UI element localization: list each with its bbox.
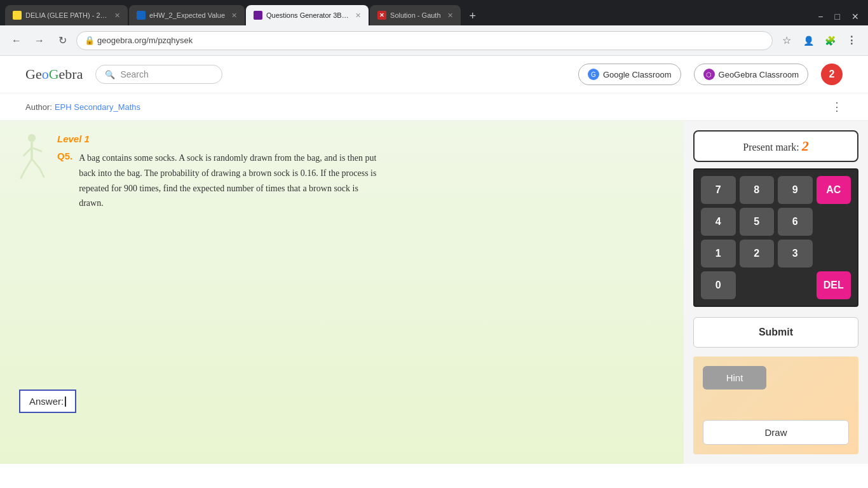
tab1-favicon [13,11,22,20]
google-classroom-label: Google Classroom [603,70,672,79]
tab3-favicon [254,11,262,20]
tab-3[interactable]: Questions Generator 3B Ch11... ✕ [246,5,369,25]
hint-button[interactable]: Hint [703,366,766,390]
minimize-button[interactable]: − [814,10,827,23]
calc-btn-ac[interactable]: AC [817,176,851,204]
tab4-label: Solution - Gauth [390,11,441,19]
tab2-close[interactable]: ✕ [231,11,237,20]
svg-line-2 [24,147,32,156]
calc-btn-4[interactable]: 4 [701,208,736,236]
calculator-grid: 7 8 9 AC 4 5 6 1 2 3 0 DEL [693,168,858,307]
calc-btn-5[interactable]: 5 [740,208,775,236]
geogebra-classroom-button[interactable]: ⬡ GeoGebra Classroom [694,64,808,85]
calc-panel: Present mark: 2 7 8 9 AC 4 5 6 1 2 3 [684,121,868,464]
question-text: A bag contains some socks. A sock is ran… [79,151,384,211]
runner-figure [13,133,51,187]
logo-o1: o [42,66,49,82]
calc-btn-3[interactable]: 3 [778,240,813,268]
close-window-button[interactable]: ✕ [848,10,863,23]
answer-input-box[interactable]: Answer: [19,390,76,413]
user-avatar-number: 2 [829,69,835,80]
extensions-button[interactable]: 🧩 [821,32,839,50]
calc-btn-1[interactable]: 1 [701,240,736,268]
tab-bar: DELIA (GLEE PATH) - 2022-202... ✕ eHW_2_… [0,0,868,25]
calc-btn-2[interactable]: 2 [740,240,775,268]
tab3-label: Questions Generator 3B Ch11... [266,11,349,19]
google-classroom-icon: G [588,69,599,80]
author-bar: Author: EPH Secondary_Maths ⋮ [0,93,868,121]
author-menu-icon[interactable]: ⋮ [831,100,843,114]
calc-btn-del[interactable]: DEL [817,271,851,299]
calc-btn-6[interactable]: 6 [778,208,813,236]
calc-empty-3 [740,271,775,299]
geogebra-logo: GeoGebra [25,66,83,83]
answer-cursor [65,396,66,407]
calc-empty-1 [817,208,851,236]
tab-2[interactable]: eHW_2_Expected Value ✕ [129,5,245,25]
present-mark-box: Present mark: 2 [693,130,858,162]
search-bar[interactable]: 🔍 Search [95,65,222,84]
back-button[interactable]: ← [8,32,25,50]
geogebra-classroom-icon: ⬡ [703,69,715,80]
calc-btn-0[interactable]: 0 [701,271,736,299]
tab2-label: eHW_2_Expected Value [149,11,225,19]
search-icon: 🔍 [105,70,115,79]
hint-draw-area: Hint Draw [693,356,858,454]
tab1-close[interactable]: ✕ [114,11,120,20]
user-avatar[interactable]: 2 [821,64,843,85]
submit-button[interactable]: Submit [693,317,858,348]
runner-svg [13,133,51,184]
draw-button[interactable]: Draw [703,420,849,445]
tab-4[interactable]: ✕ Solution - Gauth ✕ [370,5,461,25]
calc-btn-9[interactable]: 9 [778,176,813,204]
calc-btn-8[interactable]: 8 [740,176,775,204]
tab1-label: DELIA (GLEE PATH) - 2022-202... [25,11,108,19]
answer-box-area: Answer: [19,390,76,413]
browser-toolbar: ← → ↻ 🔒 geogebra.org/m/pzqhysek ☆ 👤 🧩 ⋮ [0,25,868,56]
present-mark-value: 2 [802,138,809,154]
logo-o2: G [49,66,59,82]
svg-point-0 [28,134,36,142]
svg-line-5 [32,159,39,168]
tab4-favicon: ✕ [377,11,386,20]
maximize-button[interactable]: □ [831,10,844,23]
question-panel: Level 1 Q5. A bag contains some socks. A… [0,121,684,464]
question-row: Q5. A bag contains some socks. A sock is… [57,151,665,211]
present-mark-label: Present mark: [743,142,799,152]
svg-line-7 [39,168,44,177]
svg-line-4 [25,159,32,170]
google-classroom-button[interactable]: G Google Classroom [578,64,681,85]
tab-1[interactable]: DELIA (GLEE PATH) - 2022-202... ✕ [5,5,128,25]
url-display: geogebra.org/m/pzqhysek [97,36,193,45]
bookmark-button[interactable]: ☆ [778,32,796,50]
svg-line-6 [20,170,25,179]
answer-label: Answer: [29,396,64,407]
calc-empty-4 [778,271,813,299]
refresh-button[interactable]: ↻ [53,32,71,50]
tab4-close[interactable]: ✕ [447,11,453,20]
author-link[interactable]: EPH Secondary_Maths [55,102,140,112]
page-content: GeoGebra 🔍 Search G Google Classroom ⬡ G… [0,56,868,488]
level-badge: Level 1 [57,133,665,144]
tab3-close[interactable]: ✕ [355,11,361,20]
browser-chrome: DELIA (GLEE PATH) - 2022-202... ✕ eHW_2_… [0,0,868,56]
address-bar[interactable]: 🔒 geogebra.org/m/pzqhysek [76,31,773,50]
lock-icon: 🔒 [85,36,95,45]
new-tab-button[interactable]: + [465,7,482,25]
tab2-favicon [137,11,146,20]
svg-line-3 [32,147,42,151]
gg-header: GeoGebra 🔍 Search G Google Classroom ⬡ G… [0,56,868,93]
question-number: Q5. [57,151,72,161]
menu-button[interactable]: ⋮ [843,32,860,50]
forward-button[interactable]: → [31,32,48,50]
profile-button[interactable]: 👤 [799,32,817,50]
calc-btn-7[interactable]: 7 [701,176,736,204]
search-placeholder: Search [120,69,148,79]
toolbar-right: ☆ 👤 🧩 ⋮ [778,32,860,50]
author-label: Author: [25,102,52,112]
calc-empty-2 [817,240,851,268]
main-content: Level 1 Q5. A bag contains some socks. A… [0,121,868,464]
geogebra-classroom-label: GeoGebra Classroom [719,70,799,79]
